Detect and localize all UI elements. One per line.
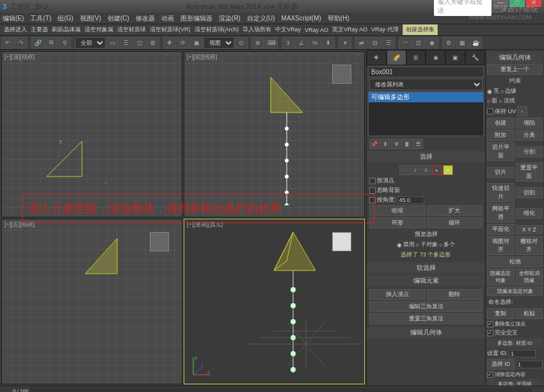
tab-util[interactable]: 🔧 <box>465 50 485 65</box>
quick-slice-button[interactable]: 快速切片 <box>487 183 515 202</box>
script-btn[interactable]: 清空材质球(VR) <box>150 26 191 34</box>
unlink-button[interactable]: ⧉ <box>45 37 58 49</box>
tab-motion[interactable]: ◉ <box>426 50 445 65</box>
menu-group[interactable]: 组(G) <box>58 14 73 23</box>
script-btn[interactable]: 选择进入 <box>4 26 27 34</box>
repeat-last-button[interactable]: 重复上一个 <box>487 64 543 75</box>
preview-disable[interactable]: 禁用 <box>403 240 415 249</box>
preview-subobj[interactable]: 子对象 <box>420 240 438 249</box>
subobj-edge-icon[interactable]: / <box>410 165 420 175</box>
selection-filter[interactable]: 全部 <box>75 37 106 49</box>
viewport-label[interactable]: [+][顶][线框] <box>4 53 35 61</box>
remove-mod-icon[interactable]: 🗑 <box>402 139 412 149</box>
create-button[interactable]: 创建 <box>487 118 515 129</box>
script-btn[interactable]: VRay 代理 <box>371 26 399 34</box>
ignore-backface-check[interactable] <box>369 187 376 194</box>
preserve-uv-check[interactable] <box>487 108 493 114</box>
insert-vertex-button[interactable]: 插入顶点 <box>369 289 426 300</box>
script-btn[interactable]: 主要选 <box>31 26 48 34</box>
viewcube[interactable] <box>332 65 351 84</box>
script-btn[interactable]: 清空材质球 <box>117 26 146 34</box>
menu-graph[interactable]: 图形编辑器 <box>180 14 212 23</box>
angle-spinner[interactable]: 45.0 <box>397 196 424 204</box>
menu-anim[interactable]: 动画 <box>161 14 174 23</box>
edit-element-rollout-header[interactable]: 编辑元素 <box>367 275 485 286</box>
unique-icon[interactable]: ∀ <box>391 139 401 149</box>
viewport-label[interactable]: [+][前][线框] <box>187 53 217 61</box>
viewcube[interactable] <box>150 232 169 251</box>
snap-button[interactable]: 3 <box>282 37 294 49</box>
object-name-field[interactable]: Box001 <box>368 67 484 77</box>
matid-header[interactable]: 多边形: 材质 ID <box>487 338 543 348</box>
retri-button[interactable]: 重置三角算法 <box>369 313 483 324</box>
selection-rollout-header[interactable]: 选择 <box>367 151 485 162</box>
menu-render[interactable]: 渲染(R) <box>219 14 241 23</box>
attach-button[interactable]: 附加 <box>487 130 515 141</box>
spinner-snap-button[interactable]: ⬍ <box>322 37 335 49</box>
split-button[interactable]: 分割 <box>516 146 543 157</box>
hide-sel-button[interactable]: 隐藏选定对象 <box>487 269 515 285</box>
link-button[interactable]: 🔗 <box>31 37 44 49</box>
detach-button[interactable]: 分离 <box>516 130 543 141</box>
menu-maxscript[interactable]: MAXScript(M) <box>282 15 321 22</box>
viewport-left[interactable]: [+][左][线框] <box>1 219 182 385</box>
named-selset[interactable]: ▾ <box>339 37 351 49</box>
curve-editor-button[interactable]: 〰 <box>399 37 412 49</box>
flip-button[interactable]: 翻转 <box>427 289 483 300</box>
by-vertex-check[interactable] <box>369 178 376 184</box>
tess-button[interactable]: 细化 <box>516 208 543 219</box>
workspace-label[interactable]: 工作区: 默认 <box>10 2 49 12</box>
material-button[interactable]: ◉ <box>426 37 438 49</box>
menu-modifiers[interactable]: 修改器 <box>136 14 155 23</box>
view-align-button[interactable]: 视图对齐 <box>487 236 515 255</box>
rotate-button[interactable]: ⟳ <box>177 37 189 49</box>
full-inter-check[interactable] <box>487 330 493 336</box>
edit-geo-rollout-header[interactable]: 编辑几何体 <box>367 327 485 338</box>
script-btn[interactable]: 英文VRay AO <box>332 26 367 34</box>
collapse-button[interactable]: 塌陷 <box>516 118 543 129</box>
tab-create[interactable]: ✚ <box>367 50 387 65</box>
redo-button[interactable]: ↷ <box>15 37 28 49</box>
select-button[interactable]: ▭ <box>106 37 119 49</box>
modifier-stack[interactable]: 可编辑多边形 <box>368 91 484 136</box>
align-button[interactable]: ⊟ <box>369 37 381 49</box>
smoothgrp-header[interactable]: 多边形: 平滑组 <box>487 379 543 386</box>
constraint-face[interactable]: 面 <box>492 97 497 105</box>
grid-align-button[interactable]: 栅格对齐 <box>516 236 543 255</box>
mirror-button[interactable]: ⇄ <box>355 37 368 49</box>
render-setup-button[interactable]: ⚙ <box>442 37 455 49</box>
script-btn[interactable]: 清空材质球(Arch) <box>195 26 239 34</box>
subobj-element-icon[interactable]: ◉ <box>443 165 453 175</box>
render-button[interactable]: ☕ <box>469 37 482 49</box>
preserve-uv-settings-icon[interactable]: ▫ <box>517 106 527 116</box>
script-btn[interactable]: VRay AO <box>305 27 328 33</box>
subobj-polygon-icon[interactable]: ▪ <box>432 165 442 175</box>
config-icon[interactable]: ☰ <box>413 139 423 149</box>
menu-view[interactable]: 视图(V) <box>80 14 101 23</box>
manip-button[interactable]: ⊛ <box>252 37 264 49</box>
relax-button[interactable]: 松弛 <box>487 256 543 267</box>
viewport-top[interactable]: [+][顶][线框] y x <box>1 51 182 217</box>
msmooth-button[interactable]: 网格平滑 <box>487 203 515 223</box>
pin-stack-icon[interactable]: 📌 <box>369 139 380 149</box>
edit-tri-button[interactable]: 编辑三角算法 <box>369 301 483 312</box>
menu-help[interactable]: 帮助(H) <box>328 14 349 23</box>
menu-tools[interactable]: 工具(T) <box>30 14 51 23</box>
keymode-button[interactable]: ⌨ <box>265 37 278 49</box>
script-btn[interactable]: 导入场所有 <box>243 26 271 34</box>
scale-button[interactable]: ▣ <box>190 37 203 49</box>
tab-modify[interactable]: 🌈 <box>387 50 406 65</box>
script-btn[interactable]: 清空对象属 <box>84 26 113 34</box>
xyz-button[interactable]: X Y Z <box>516 225 543 234</box>
selid-spinner[interactable]: 1 <box>516 361 543 368</box>
select-name-button[interactable]: ☰ <box>120 37 132 49</box>
window-cross-button[interactable]: ⊞ <box>147 37 159 49</box>
menu-create[interactable]: 创建(C) <box>108 14 129 23</box>
undo-button[interactable]: ↶ <box>1 37 14 49</box>
pivot-button[interactable]: ⊙ <box>235 37 248 49</box>
viewport-front[interactable]: [+][前][线框] <box>184 51 365 217</box>
constraint-none[interactable]: 无 <box>493 87 499 95</box>
setid-spinner[interactable]: 1 <box>509 350 536 357</box>
paste-button[interactable]: 粘贴 <box>516 308 543 319</box>
constraint-normal[interactable]: 法线 <box>504 97 515 105</box>
